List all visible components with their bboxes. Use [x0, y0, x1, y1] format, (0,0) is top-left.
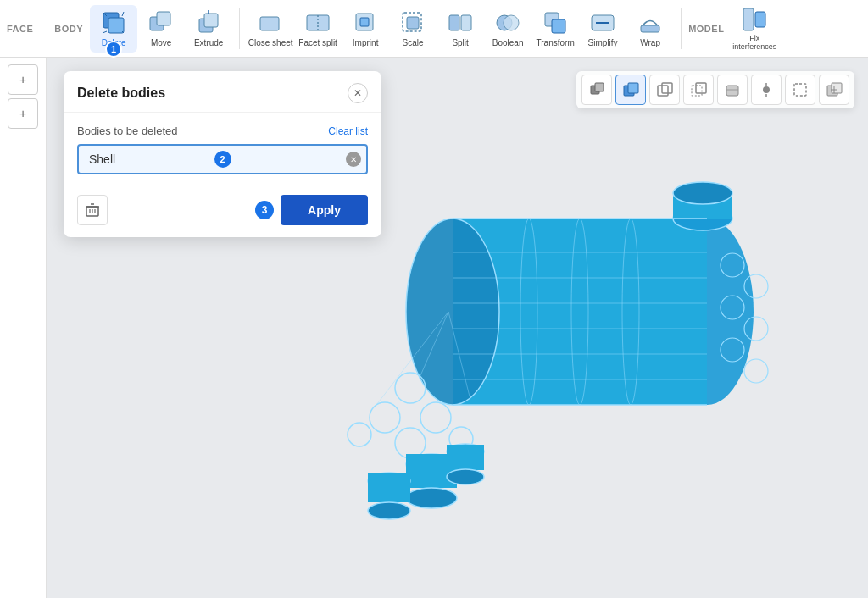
svg-rect-16 [407, 17, 419, 29]
view-btn-shaded[interactable] [717, 75, 748, 105]
transform-label: Transform [537, 38, 575, 47]
toolbar-item-split[interactable]: Split [437, 5, 484, 53]
imprint-icon [352, 9, 379, 36]
step-badge-3: 3 [255, 201, 274, 219]
close-sheet-icon [257, 9, 284, 36]
extrude-label: Extrude [194, 38, 223, 47]
view-btn-hidden[interactable] [683, 75, 714, 105]
toolbar-item-extrude[interactable]: Extrude [185, 5, 232, 53]
toolbar-item-boolean[interactable]: Boolean [484, 5, 531, 53]
svg-point-51 [395, 428, 426, 458]
svg-rect-79 [726, 86, 738, 96]
delete-row-button[interactable] [77, 195, 108, 225]
svg-rect-7 [157, 12, 170, 25]
input-clear-button[interactable]: ✕ [346, 152, 361, 167]
toolbar-item-delete[interactable]: Delete 1 [90, 5, 137, 53]
svg-point-81 [763, 86, 770, 93]
svg-rect-15 [360, 18, 369, 26]
svg-line-3 [122, 12, 124, 16]
sidebar-plus-1[interactable]: + [8, 64, 38, 95]
simplify-label: Simplify [588, 38, 618, 47]
fix-interferences-label: Fix interferences [731, 35, 778, 52]
svg-point-34 [673, 182, 732, 204]
scale-label: Scale [403, 38, 424, 47]
toolbar-item-close-sheet[interactable]: Close sheet [247, 5, 294, 53]
svg-rect-76 [662, 83, 672, 93]
svg-point-62 [447, 469, 484, 484]
model-section-label: MODEL [688, 24, 724, 34]
facet-split-label: Facet split [298, 38, 337, 47]
divider-1 [47, 8, 47, 49]
step-badge-2: 2 [214, 151, 231, 168]
svg-point-49 [370, 402, 400, 433]
split-label: Split [452, 38, 468, 47]
boolean-label: Boolean [492, 38, 524, 47]
svg-rect-75 [658, 86, 668, 96]
svg-rect-77 [692, 86, 702, 96]
view-btn-perspective[interactable] [581, 75, 612, 105]
panel-footer: 3 Apply [64, 186, 381, 237]
left-sidebar: + + [0, 58, 47, 598]
svg-rect-9 [204, 14, 218, 27]
svg-rect-86 [832, 83, 842, 93]
svg-rect-19 [461, 15, 471, 30]
svg-rect-27 [743, 8, 754, 30]
view-btn-wireframe[interactable] [649, 75, 680, 105]
svg-rect-72 [595, 83, 604, 91]
svg-line-5 [103, 31, 107, 33]
svg-rect-74 [628, 83, 638, 93]
toolbar-item-scale[interactable]: Scale [389, 5, 437, 53]
toolbar-item-fix-interferences[interactable]: Fix interferences [731, 5, 778, 53]
svg-rect-1 [108, 18, 124, 33]
svg-rect-11 [260, 17, 279, 30]
svg-rect-78 [696, 83, 706, 93]
field-label-row: Bodies to be deleted Clear list [77, 125, 368, 137]
sidebar-plus-2[interactable]: + [8, 98, 38, 129]
view-btn-solid[interactable] [615, 75, 646, 105]
toolbar-item-imprint[interactable]: Imprint [342, 5, 389, 53]
facet-split-icon [304, 9, 331, 36]
view-btn-selection[interactable] [785, 75, 815, 105]
imprint-label: Imprint [353, 38, 379, 47]
model-svg [300, 83, 868, 574]
svg-rect-61 [447, 445, 484, 470]
transform-icon [542, 9, 569, 36]
svg-rect-28 [755, 12, 765, 27]
svg-point-48 [420, 402, 451, 433]
panel-header: Delete bodies ✕ [64, 71, 381, 113]
wrap-label: Wrap [640, 38, 660, 47]
toolbar-item-facet-split[interactable]: Facet split [294, 5, 342, 53]
svg-rect-84 [794, 84, 806, 96]
svg-rect-18 [449, 15, 459, 30]
view-btn-point[interactable] [751, 75, 782, 105]
face-section-label: FACE [7, 24, 33, 34]
svg-point-46 [744, 359, 768, 383]
toolbar-item-transform[interactable]: Transform [531, 5, 579, 53]
main-toolbar: FACE BODY Delete 1 Move [0, 0, 868, 58]
move-icon [147, 9, 175, 36]
delete-bodies-panel: Delete bodies ✕ Bodies to be deleted Cle… [64, 71, 381, 237]
divider-3 [681, 8, 682, 49]
svg-rect-58 [368, 473, 410, 502]
main-area: Delete bodies ✕ Bodies to be deleted Cle… [47, 58, 868, 598]
clear-list-link[interactable]: Clear list [328, 125, 368, 137]
close-sheet-label: Close sheet [248, 38, 293, 47]
toolbar-item-simplify[interactable]: Simplify [579, 5, 626, 53]
scale-icon [399, 9, 426, 36]
boolean-icon [494, 9, 521, 36]
divider-2 [239, 8, 240, 49]
body-section-label: BODY [54, 24, 83, 34]
apply-button[interactable]: Apply [281, 195, 368, 225]
panel-close-button[interactable]: ✕ [348, 83, 368, 103]
svg-point-59 [368, 502, 410, 519]
view-btn-more[interactable] [819, 75, 849, 105]
split-icon [447, 9, 474, 36]
toolbar-item-move[interactable]: Move [137, 5, 185, 53]
fix-interferences-icon [741, 6, 768, 33]
delete-icon [100, 9, 127, 36]
view-controls-toolbar [576, 71, 854, 108]
toolbar-item-wrap[interactable]: Wrap [626, 5, 674, 53]
apply-wrapper: 3 Apply [255, 195, 368, 225]
svg-point-21 [504, 15, 519, 30]
field-label: Bodies to be deleted [77, 125, 178, 137]
